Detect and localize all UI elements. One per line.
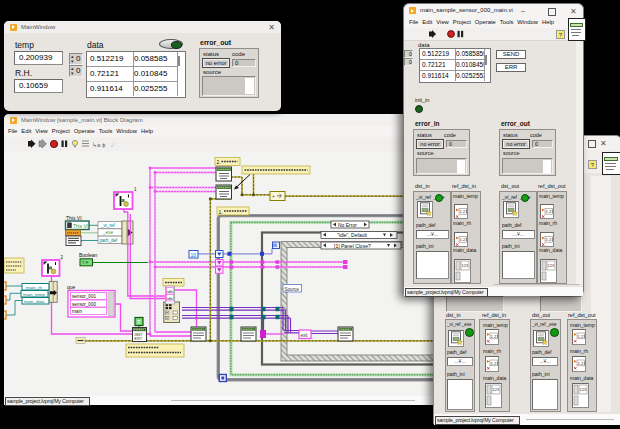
svg-text:main_data: main_data <box>24 299 45 304</box>
svg-text:This VI: This VI <box>66 215 82 221</box>
svg-text:sensor_001: sensor_001 <box>72 294 96 299</box>
svg-text:[1] Panel Close?: [1] Panel Close? <box>334 243 371 249</box>
svg-text:idle: idle <box>167 296 174 301</box>
svg-text:☄: ☄ <box>111 141 116 148</box>
svg-text:1.23: 1.23 <box>546 237 553 242</box>
svg-text:main_temp: main_temp <box>23 292 45 297</box>
svg-text:EXIT: EXIT <box>135 337 143 341</box>
svg-text:1: 1 <box>134 187 137 192</box>
svg-text:sensor_000: sensor_000 <box>72 302 96 307</box>
svg-text:1.23: 1.23 <box>578 334 585 339</box>
svg-text:main: main <box>72 309 82 314</box>
svg-text:T F: T F <box>82 260 89 265</box>
svg-text:Boolean: Boolean <box>79 252 98 258</box>
svg-text:123: 123 <box>548 263 555 268</box>
svg-text:1.23: 1.23 <box>491 334 498 339</box>
svg-text:1.: 1. <box>219 209 223 215</box>
svg-text:exit: exit <box>301 333 309 338</box>
svg-text:main_rh: main_rh <box>26 285 42 290</box>
svg-text:INST: INST <box>135 333 143 337</box>
svg-text:123: 123 <box>493 387 500 392</box>
svg-text:1.23: 1.23 <box>460 209 467 214</box>
svg-text:No Error: No Error <box>338 222 357 228</box>
svg-text:ϕ: ϕ <box>102 142 106 148</box>
svg-text:1.23: 1.23 <box>491 361 498 366</box>
svg-text:Source: Source <box>285 287 300 292</box>
svg-text:10: 10 <box>191 252 197 258</box>
svg-text:1.23: 1.23 <box>460 237 467 242</box>
svg-text:_vi_ref: _vi_ref <box>100 223 116 228</box>
svg-text:123: 123 <box>462 263 469 268</box>
svg-text:que: que <box>67 284 76 290</box>
svg-text:↳a: ↳a <box>92 142 101 148</box>
svg-text:2.: 2. <box>217 159 221 165</box>
svg-text:123: 123 <box>580 387 587 392</box>
svg-text:"idle", Default: "idle", Default <box>337 232 368 238</box>
svg-text:path_def: path_def <box>100 238 119 243</box>
svg-text:1.23: 1.23 <box>578 361 585 366</box>
svg-text:idle: idle <box>167 289 174 294</box>
svg-text:T: T <box>137 320 140 325</box>
svg-text:2: 2 <box>61 255 64 260</box>
svg-text:+: + <box>272 193 275 199</box>
svg-text:_exe: _exe <box>102 230 113 235</box>
svg-text:1.23: 1.23 <box>546 209 553 214</box>
svg-text:This VI: This VI <box>73 224 88 229</box>
